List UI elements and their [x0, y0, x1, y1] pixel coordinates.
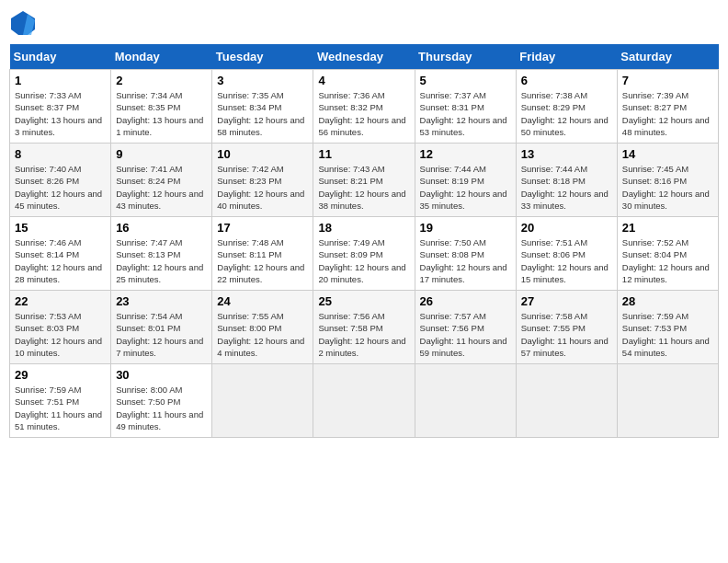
calendar-cell: 19Sunrise: 7:50 AMSunset: 8:08 PMDayligh… — [415, 217, 516, 291]
week-row-1: 1Sunrise: 7:33 AMSunset: 8:37 PMDaylight… — [10, 70, 719, 144]
day-number: 17 — [217, 221, 308, 235]
cell-info: Sunrise: 7:36 AMSunset: 8:32 PMDaylight:… — [318, 89, 409, 138]
week-row-2: 8Sunrise: 7:40 AMSunset: 8:26 PMDaylight… — [10, 144, 719, 217]
logo-icon — [9, 9, 37, 37]
calendar-cell: 3Sunrise: 7:35 AMSunset: 8:34 PMDaylight… — [212, 70, 313, 144]
cell-info: Sunrise: 7:55 AMSunset: 8:00 PMDaylight:… — [217, 310, 308, 359]
cell-info: Sunrise: 7:43 AMSunset: 8:21 PMDaylight:… — [318, 163, 409, 212]
cell-info: Sunrise: 7:50 AMSunset: 8:08 PMDaylight:… — [420, 236, 511, 285]
day-number: 26 — [420, 294, 511, 308]
calendar-cell: 18Sunrise: 7:49 AMSunset: 8:09 PMDayligh… — [313, 217, 415, 291]
calendar-cell: 20Sunrise: 7:51 AMSunset: 8:06 PMDayligh… — [516, 217, 617, 291]
day-number: 13 — [521, 147, 612, 161]
day-number: 14 — [622, 147, 713, 161]
cell-info: Sunrise: 7:38 AMSunset: 8:29 PMDaylight:… — [521, 89, 612, 138]
calendar-cell: 29Sunrise: 7:59 AMSunset: 7:51 PMDayligh… — [10, 364, 111, 438]
cell-info: Sunrise: 7:58 AMSunset: 7:55 PMDaylight:… — [521, 310, 612, 359]
cell-info: Sunrise: 7:45 AMSunset: 8:16 PMDaylight:… — [622, 163, 713, 212]
cell-info: Sunrise: 7:47 AMSunset: 8:13 PMDaylight:… — [116, 236, 207, 285]
cell-info: Sunrise: 8:00 AMSunset: 7:50 PMDaylight:… — [116, 384, 207, 432]
calendar-cell: 23Sunrise: 7:54 AMSunset: 8:01 PMDayligh… — [111, 291, 212, 364]
column-header-saturday: Saturday — [617, 44, 718, 70]
calendar-cell — [617, 364, 718, 438]
calendar-cell: 5Sunrise: 7:37 AMSunset: 8:31 PMDaylight… — [415, 70, 516, 144]
cell-info: Sunrise: 7:48 AMSunset: 8:11 PMDaylight:… — [217, 236, 308, 285]
calendar-cell: 21Sunrise: 7:52 AMSunset: 8:04 PMDayligh… — [617, 217, 718, 291]
cell-info: Sunrise: 7:33 AMSunset: 8:37 PMDaylight:… — [15, 89, 106, 138]
calendar-cell: 24Sunrise: 7:55 AMSunset: 8:00 PMDayligh… — [212, 291, 313, 364]
cell-info: Sunrise: 7:40 AMSunset: 8:26 PMDaylight:… — [15, 163, 106, 212]
cell-info: Sunrise: 7:37 AMSunset: 8:31 PMDaylight:… — [420, 89, 511, 138]
calendar-cell: 28Sunrise: 7:59 AMSunset: 7:53 PMDayligh… — [617, 291, 718, 364]
day-number: 1 — [15, 74, 106, 87]
cell-info: Sunrise: 7:35 AMSunset: 8:34 PMDaylight:… — [217, 89, 308, 138]
cell-info: Sunrise: 7:49 AMSunset: 8:09 PMDaylight:… — [318, 236, 409, 285]
calendar-cell — [516, 364, 617, 438]
calendar-cell — [313, 364, 415, 438]
calendar-cell: 22Sunrise: 7:53 AMSunset: 8:03 PMDayligh… — [10, 291, 111, 364]
calendar-cell — [212, 364, 313, 438]
calendar-cell: 7Sunrise: 7:39 AMSunset: 8:27 PMDaylight… — [617, 70, 718, 144]
week-row-3: 15Sunrise: 7:46 AMSunset: 8:14 PMDayligh… — [10, 217, 719, 291]
calendar-cell: 6Sunrise: 7:38 AMSunset: 8:29 PMDaylight… — [516, 70, 617, 144]
logo — [9, 9, 40, 37]
cell-info: Sunrise: 7:56 AMSunset: 7:58 PMDaylight:… — [318, 310, 409, 359]
day-number: 16 — [116, 221, 207, 235]
day-number: 3 — [217, 74, 308, 87]
calendar-cell — [415, 364, 516, 438]
day-number: 11 — [318, 147, 409, 161]
day-number: 22 — [15, 294, 106, 308]
cell-info: Sunrise: 7:59 AMSunset: 7:53 PMDaylight:… — [622, 310, 713, 359]
day-number: 24 — [217, 294, 308, 308]
calendar-cell: 2Sunrise: 7:34 AMSunset: 8:35 PMDaylight… — [111, 70, 212, 144]
day-number: 21 — [622, 221, 713, 235]
calendar-cell: 25Sunrise: 7:56 AMSunset: 7:58 PMDayligh… — [313, 291, 415, 364]
cell-info: Sunrise: 7:54 AMSunset: 8:01 PMDaylight:… — [116, 310, 207, 359]
calendar-cell: 30Sunrise: 8:00 AMSunset: 7:50 PMDayligh… — [111, 364, 212, 438]
day-number: 5 — [420, 74, 511, 87]
calendar-cell: 13Sunrise: 7:44 AMSunset: 8:18 PMDayligh… — [516, 144, 617, 217]
column-header-wednesday: Wednesday — [313, 44, 415, 70]
calendar-cell: 15Sunrise: 7:46 AMSunset: 8:14 PMDayligh… — [10, 217, 111, 291]
calendar-table: SundayMondayTuesdayWednesdayThursdayFrid… — [9, 44, 719, 438]
calendar-cell: 16Sunrise: 7:47 AMSunset: 8:13 PMDayligh… — [111, 217, 212, 291]
column-header-sunday: Sunday — [10, 44, 111, 70]
day-number: 8 — [15, 147, 106, 161]
calendar-cell: 8Sunrise: 7:40 AMSunset: 8:26 PMDaylight… — [10, 144, 111, 217]
day-number: 28 — [622, 294, 713, 308]
day-number: 27 — [521, 294, 612, 308]
day-number: 9 — [116, 147, 207, 161]
day-number: 7 — [622, 74, 713, 87]
week-row-4: 22Sunrise: 7:53 AMSunset: 8:03 PMDayligh… — [10, 291, 719, 364]
column-headers: SundayMondayTuesdayWednesdayThursdayFrid… — [10, 44, 719, 70]
calendar-cell: 10Sunrise: 7:42 AMSunset: 8:23 PMDayligh… — [212, 144, 313, 217]
day-number: 20 — [521, 221, 612, 235]
calendar-cell: 14Sunrise: 7:45 AMSunset: 8:16 PMDayligh… — [617, 144, 718, 217]
cell-info: Sunrise: 7:41 AMSunset: 8:24 PMDaylight:… — [116, 163, 207, 212]
column-header-tuesday: Tuesday — [212, 44, 313, 70]
cell-info: Sunrise: 7:59 AMSunset: 7:51 PMDaylight:… — [15, 384, 106, 432]
day-number: 4 — [318, 74, 409, 87]
calendar-cell: 27Sunrise: 7:58 AMSunset: 7:55 PMDayligh… — [516, 291, 617, 364]
calendar-cell: 11Sunrise: 7:43 AMSunset: 8:21 PMDayligh… — [313, 144, 415, 217]
day-number: 10 — [217, 147, 308, 161]
day-number: 12 — [420, 147, 511, 161]
calendar-cell: 9Sunrise: 7:41 AMSunset: 8:24 PMDaylight… — [111, 144, 212, 217]
calendar-cell: 17Sunrise: 7:48 AMSunset: 8:11 PMDayligh… — [212, 217, 313, 291]
day-number: 6 — [521, 74, 612, 87]
cell-info: Sunrise: 7:39 AMSunset: 8:27 PMDaylight:… — [622, 89, 713, 138]
calendar-cell: 26Sunrise: 7:57 AMSunset: 7:56 PMDayligh… — [415, 291, 516, 364]
day-number: 18 — [318, 221, 409, 235]
column-header-thursday: Thursday — [415, 44, 516, 70]
calendar-cell: 12Sunrise: 7:44 AMSunset: 8:19 PMDayligh… — [415, 144, 516, 217]
cell-info: Sunrise: 7:44 AMSunset: 8:18 PMDaylight:… — [521, 163, 612, 212]
column-header-friday: Friday — [516, 44, 617, 70]
cell-info: Sunrise: 7:44 AMSunset: 8:19 PMDaylight:… — [420, 163, 511, 212]
day-number: 19 — [420, 221, 511, 235]
cell-info: Sunrise: 7:34 AMSunset: 8:35 PMDaylight:… — [116, 89, 207, 138]
cell-info: Sunrise: 7:53 AMSunset: 8:03 PMDaylight:… — [15, 310, 106, 359]
calendar-cell: 4Sunrise: 7:36 AMSunset: 8:32 PMDaylight… — [313, 70, 415, 144]
cell-info: Sunrise: 7:42 AMSunset: 8:23 PMDaylight:… — [217, 163, 308, 212]
day-number: 25 — [318, 294, 409, 308]
day-number: 2 — [116, 74, 207, 87]
